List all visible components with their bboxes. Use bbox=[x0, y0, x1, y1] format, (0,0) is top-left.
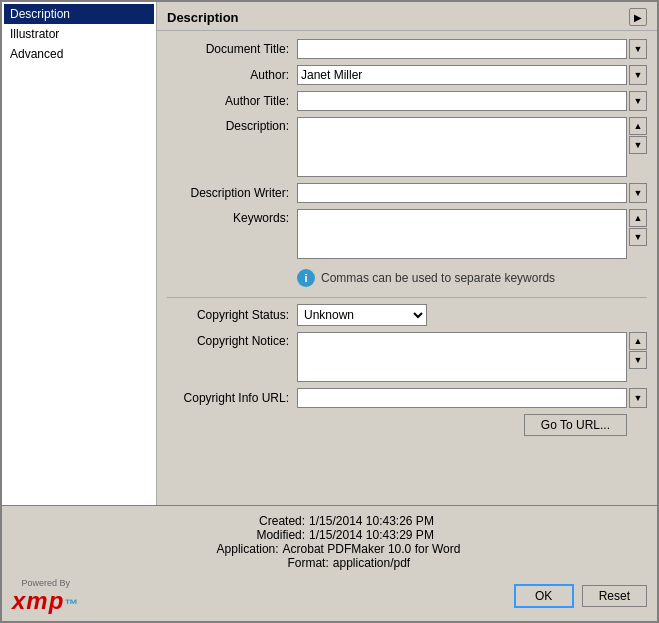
dialog-content: Description Illustrator Advanced Descrip… bbox=[2, 2, 657, 505]
xmp-logo-text: xmp™ bbox=[12, 589, 79, 613]
copyright-status-row: Copyright Status: Unknown Copyrighted Pu… bbox=[167, 304, 647, 326]
author-title-label: Author Title: bbox=[167, 94, 297, 108]
description-label: Description: bbox=[167, 117, 297, 133]
go-to-url-button[interactable]: Go To URL... bbox=[524, 414, 627, 436]
description-scroll-buttons: ▲ ▼ bbox=[629, 117, 647, 155]
author-row: Author: ▼ bbox=[167, 65, 647, 85]
copyright-url-input-group: ▼ bbox=[297, 388, 647, 408]
xmp-logo-area: Powered By xmp™ OK Reset bbox=[12, 578, 647, 613]
sidebar-item-advanced[interactable]: Advanced bbox=[4, 44, 154, 64]
author-title-input-group: ▼ bbox=[297, 91, 647, 111]
info-icon: i bbox=[297, 269, 315, 287]
copyright-url-dropdown[interactable]: ▼ bbox=[629, 388, 647, 408]
sidebar-item-description[interactable]: Description bbox=[4, 4, 154, 24]
format-label: Format: bbox=[249, 556, 329, 570]
description-writer-input-group: ▼ bbox=[297, 183, 647, 203]
keywords-scroll-down[interactable]: ▼ bbox=[629, 228, 647, 246]
keywords-textarea[interactable] bbox=[297, 209, 627, 259]
description-scroll-up[interactable]: ▲ bbox=[629, 117, 647, 135]
author-label: Author: bbox=[167, 68, 297, 82]
created-label: Created: bbox=[225, 514, 305, 528]
copyright-notice-scroll-buttons: ▲ ▼ bbox=[629, 332, 647, 370]
copyright-notice-textarea[interactable] bbox=[297, 332, 627, 382]
author-title-input[interactable] bbox=[297, 91, 627, 111]
modified-row: Modified: 1/15/2014 10:43:29 PM bbox=[225, 528, 434, 542]
go-to-url-row: Go To URL... bbox=[167, 414, 647, 436]
keywords-row: Keywords: ▲ ▼ bbox=[167, 209, 647, 259]
section-divider bbox=[167, 297, 647, 298]
document-title-dropdown[interactable]: ▼ bbox=[629, 39, 647, 59]
keywords-scroll-up[interactable]: ▲ bbox=[629, 209, 647, 227]
author-dropdown[interactable]: ▼ bbox=[629, 65, 647, 85]
description-writer-label: Description Writer: bbox=[167, 186, 297, 200]
application-value: Acrobat PDFMaker 10.0 for Word bbox=[283, 542, 461, 556]
metadata-info: Created: 1/15/2014 10:43:26 PM Modified:… bbox=[12, 514, 647, 570]
copyright-notice-input-group: ▲ ▼ bbox=[297, 332, 647, 382]
sidebar-item-illustrator[interactable]: Illustrator bbox=[4, 24, 154, 44]
copyright-notice-scroll-up[interactable]: ▲ bbox=[629, 332, 647, 350]
main-panel: Description ▶ Document Title: ▼ bbox=[157, 2, 657, 505]
format-row: Format: application/pdf bbox=[249, 556, 410, 570]
keywords-info-row: i Commas can be used to separate keyword… bbox=[167, 265, 647, 291]
panel-title: Description bbox=[167, 10, 239, 25]
dialog: Description Illustrator Advanced Descrip… bbox=[0, 0, 659, 623]
document-title-label: Document Title: bbox=[167, 42, 297, 56]
keywords-label: Keywords: bbox=[167, 209, 297, 225]
reset-button[interactable]: Reset bbox=[582, 585, 647, 607]
footer-area: Created: 1/15/2014 10:43:26 PM Modified:… bbox=[2, 505, 657, 621]
copyright-notice-row: Copyright Notice: ▲ ▼ bbox=[167, 332, 647, 382]
author-input[interactable] bbox=[297, 65, 627, 85]
xmp-logo: Powered By xmp™ bbox=[12, 578, 79, 613]
copyright-status-group: Unknown Copyrighted Public Domain bbox=[297, 304, 427, 326]
form-area: Document Title: ▼ Author: ▼ bbox=[157, 31, 657, 505]
application-label: Application: bbox=[199, 542, 279, 556]
keywords-info-text: Commas can be used to separate keywords bbox=[321, 271, 555, 285]
author-title-row: Author Title: ▼ bbox=[167, 91, 647, 111]
panel-arrow-button[interactable]: ▶ bbox=[629, 8, 647, 26]
modified-value: 1/15/2014 10:43:29 PM bbox=[309, 528, 434, 542]
keywords-input-group: ▲ ▼ bbox=[297, 209, 647, 259]
created-value: 1/15/2014 10:43:26 PM bbox=[309, 514, 434, 528]
keywords-scroll-buttons: ▲ ▼ bbox=[629, 209, 647, 247]
panel-header: Description ▶ bbox=[157, 2, 657, 31]
modified-label: Modified: bbox=[225, 528, 305, 542]
application-row: Application: Acrobat PDFMaker 10.0 for W… bbox=[199, 542, 461, 556]
description-input-group: ▲ ▼ bbox=[297, 117, 647, 177]
description-writer-dropdown[interactable]: ▼ bbox=[629, 183, 647, 203]
description-writer-input[interactable] bbox=[297, 183, 627, 203]
copyright-notice-scroll-down[interactable]: ▼ bbox=[629, 351, 647, 369]
copyright-url-label: Copyright Info URL: bbox=[167, 391, 297, 405]
document-title-row: Document Title: ▼ bbox=[167, 39, 647, 59]
copyright-notice-label: Copyright Notice: bbox=[167, 332, 297, 348]
copyright-status-label: Copyright Status: bbox=[167, 308, 297, 322]
document-title-input-group: ▼ bbox=[297, 39, 647, 59]
format-value: application/pdf bbox=[333, 556, 410, 570]
description-scroll-down[interactable]: ▼ bbox=[629, 136, 647, 154]
description-row: Description: ▲ ▼ bbox=[167, 117, 647, 177]
copyright-status-select[interactable]: Unknown Copyrighted Public Domain bbox=[297, 304, 427, 326]
button-area: OK Reset bbox=[514, 584, 647, 608]
author-title-dropdown[interactable]: ▼ bbox=[629, 91, 647, 111]
description-writer-row: Description Writer: ▼ bbox=[167, 183, 647, 203]
document-title-input[interactable] bbox=[297, 39, 627, 59]
copyright-url-input[interactable] bbox=[297, 388, 627, 408]
sidebar: Description Illustrator Advanced bbox=[2, 2, 157, 505]
description-textarea[interactable] bbox=[297, 117, 627, 177]
copyright-url-row: Copyright Info URL: ▼ bbox=[167, 388, 647, 408]
created-row: Created: 1/15/2014 10:43:26 PM bbox=[225, 514, 434, 528]
ok-button[interactable]: OK bbox=[514, 584, 574, 608]
author-input-group: ▼ bbox=[297, 65, 647, 85]
